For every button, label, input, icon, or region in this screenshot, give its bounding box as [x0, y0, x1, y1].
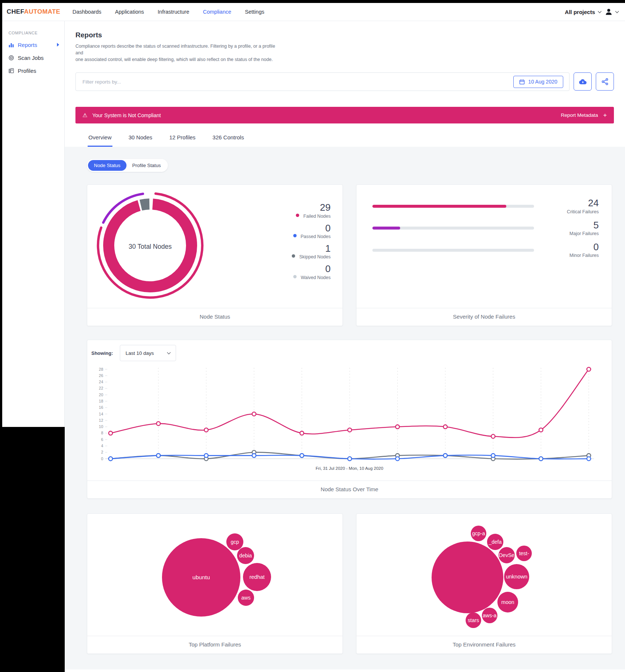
bubble-_defa[interactable]: _defa	[487, 534, 503, 550]
bubble-ubuntu[interactable]: ubuntu	[162, 538, 240, 617]
svg-text:14: 14	[99, 412, 103, 416]
chevron-down-icon	[167, 350, 170, 354]
chevron-right-icon	[57, 43, 59, 47]
bubble-test-[interactable]: test-	[516, 546, 532, 561]
header-right: All projects	[565, 8, 618, 16]
svg-text:8: 8	[101, 431, 103, 435]
share-report-button[interactable]	[596, 72, 614, 91]
window-frame	[0, 427, 65, 672]
sidebar-item-reports[interactable]: Reports	[9, 41, 64, 48]
nav-infrastructure[interactable]: Infrastructure	[158, 9, 189, 15]
panel-title-platform: Top Platform Failures	[87, 636, 342, 654]
plus-icon: +	[603, 112, 607, 119]
severity-row-critical: 24 Critical Failures	[372, 196, 599, 216]
chef-automate-logo[interactable]: CHEFAUTOMATE	[7, 8, 60, 16]
chevron-down-icon	[598, 9, 602, 13]
report-tabs: Overview 30 Nodes 12 Profiles 326 Contro…	[75, 133, 614, 147]
bubble-unknown[interactable]: unknown	[504, 564, 529, 589]
sidebar: COMPLIANCE Reports Scan Jobs	[2, 21, 65, 427]
minor-count: 0	[534, 242, 599, 252]
user-menu[interactable]	[605, 8, 618, 16]
svg-text:24: 24	[99, 380, 103, 384]
page-description: Compliance reports describe the status o…	[75, 43, 277, 63]
svg-text:0: 0	[101, 457, 103, 461]
download-report-button[interactable]	[574, 72, 592, 91]
tab-controls[interactable]: 326 Controls	[212, 133, 245, 147]
nav-applications[interactable]: Applications	[115, 9, 144, 15]
legend-row-failed: 29 Failed Nodes	[292, 203, 331, 218]
page-description-line2: one associated control, will enable deep…	[75, 56, 277, 63]
critical-bar-track	[372, 205, 534, 208]
date-range-select[interactable]: Last 10 days	[120, 345, 176, 361]
passed-count: 0	[301, 223, 331, 233]
filter-row: 10 Aug 2020	[75, 72, 614, 91]
sidebar-item-profiles[interactable]: Profiles	[9, 67, 64, 74]
minor-label: Minor Failures	[534, 253, 599, 258]
bubble-debia[interactable]: debia	[237, 547, 254, 564]
bubble-aws-a[interactable]: aws-a	[482, 608, 497, 623]
user-icon	[605, 8, 613, 16]
bubble-unlabeled[interactable]	[432, 542, 503, 613]
environment-bubble-chart: gcp-a_defaDevSetest-unknownmoonaws-astar…	[357, 514, 612, 636]
sidebar-item-label: Scan Jobs	[18, 55, 44, 61]
svg-text:10: 10	[99, 424, 103, 429]
svg-text:4: 4	[101, 444, 103, 448]
sidebar-item-label: Profiles	[18, 68, 36, 74]
documents-icon	[9, 68, 14, 74]
svg-text:26: 26	[99, 373, 103, 378]
projects-selector-label: All projects	[565, 9, 595, 15]
reports-header-section: Reports Compliance reports describe the …	[65, 21, 625, 147]
charts-row-3: ubuntugcpdebiaredhataws Top Platform Fai…	[87, 513, 612, 654]
nav-settings[interactable]: Settings	[245, 9, 264, 15]
major-bar-track	[372, 227, 534, 230]
legend-row-skipped: 1 Skipped Nodes	[292, 244, 331, 259]
date-picker-label: 10 Aug 2020	[528, 79, 557, 85]
page-title: Reports	[75, 31, 614, 39]
sidebar-item-scan-jobs[interactable]: Scan Jobs	[9, 54, 64, 61]
nav-compliance[interactable]: Compliance	[203, 9, 232, 15]
major-count: 5	[534, 220, 599, 230]
bubble-redhat[interactable]: redhat	[243, 563, 271, 591]
trend-chart-area: 0246810121416182022242628	[87, 361, 612, 465]
cloud-download-icon	[578, 77, 587, 86]
platform-failures-panel: ubuntugcpdebiaredhataws Top Platform Fai…	[87, 513, 343, 654]
charts-row-2: Showing: Last 10 days 024681012141618202…	[87, 340, 612, 499]
svg-text:22: 22	[99, 386, 103, 391]
svg-text:18: 18	[99, 399, 103, 403]
bubble-aws[interactable]: aws	[238, 590, 254, 606]
critical-count: 24	[534, 198, 599, 208]
nav-dashboards[interactable]: Dashboards	[72, 9, 101, 15]
date-picker-button[interactable]: 10 Aug 2020	[513, 76, 563, 88]
legend-row-passed: 0 Passed Nodes	[292, 223, 331, 239]
chevron-down-icon	[615, 9, 619, 13]
date-range-value: Last 10 days	[126, 350, 154, 356]
sidebar-section-label: COMPLIANCE	[9, 31, 64, 35]
severity-bars-area: 24 Critical Failures 5 Major Failures	[357, 185, 612, 308]
critical-label: Critical Failures	[534, 209, 599, 214]
bubble-moon[interactable]: moon	[497, 592, 518, 612]
severity-panel: 24 Critical Failures 5 Major Failures	[356, 184, 612, 326]
tab-nodes[interactable]: 30 Nodes	[128, 133, 153, 147]
bubble-stars[interactable]: stars	[466, 612, 481, 628]
filter-reports-input[interactable]	[82, 79, 513, 85]
app-window: CHEFAUTOMATE Dashboards Applications Inf…	[0, 0, 625, 672]
projects-selector[interactable]: All projects	[565, 9, 601, 15]
report-metadata-toggle[interactable]: Report Metadata +	[561, 112, 607, 119]
bar-chart-icon	[9, 42, 14, 48]
skipped-count: 1	[299, 244, 331, 254]
trend-controls: Showing: Last 10 days	[87, 340, 612, 361]
node-status-pill[interactable]: Node Status	[88, 160, 126, 171]
tab-profiles[interactable]: 12 Profiles	[169, 133, 196, 147]
panel-title-node-status: Node Status	[87, 308, 342, 326]
compliance-banner: ⚠ Your System is Not Compliant Report Me…	[75, 107, 614, 123]
environment-failures-panel: gcp-a_defaDevSetest-unknownmoonaws-astar…	[356, 513, 612, 654]
bubble-DevSe[interactable]: DevSe	[499, 547, 515, 563]
tab-overview[interactable]: Overview	[88, 133, 112, 147]
bubble-gcp-a[interactable]: gcp-a	[471, 526, 486, 541]
failed-label: Failed Nodes	[303, 214, 331, 219]
overview-section: Node Status Profile Status 30 Total Node…	[65, 147, 625, 669]
passed-dot-icon	[293, 234, 297, 237]
top-header: CHEFAUTOMATE Dashboards Applications Inf…	[2, 3, 625, 21]
major-bar-fill	[372, 227, 400, 230]
profile-status-pill[interactable]: Profile Status	[126, 160, 167, 171]
